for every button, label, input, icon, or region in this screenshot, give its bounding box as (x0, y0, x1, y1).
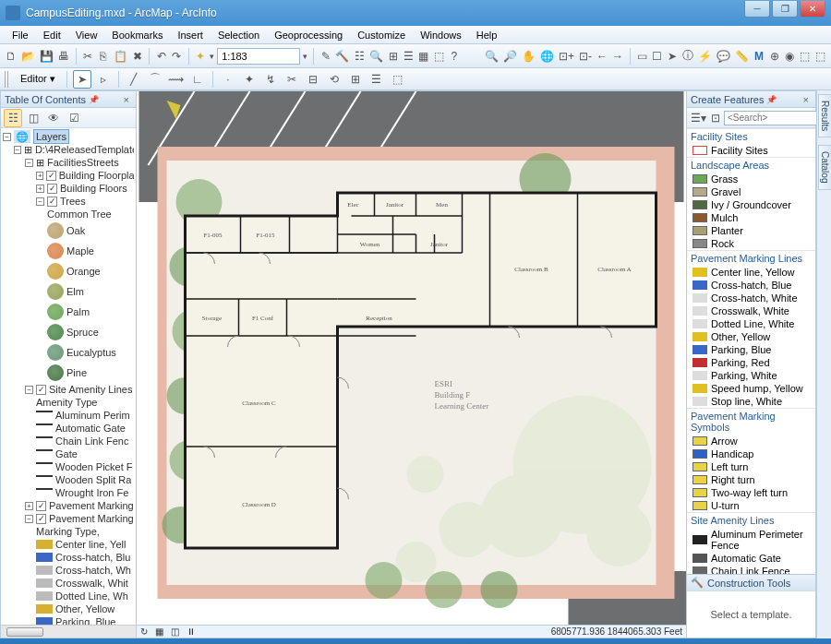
tree-row[interactable]: −✓Pavement Marking (3, 512, 134, 525)
tree-row[interactable]: Amenity Type (3, 396, 134, 409)
pause-drawing-icon[interactable]: ⏸ (187, 626, 196, 637)
cf-template-item[interactable]: Grass (687, 173, 815, 185)
search-button[interactable]: 🔍 (368, 47, 384, 66)
goto-xy-button[interactable]: ⊕ (768, 47, 781, 66)
hyperlink-button[interactable]: ⚡ (697, 47, 713, 66)
catalog-button[interactable]: ☷ (353, 47, 366, 66)
cut-button[interactable]: ✂ (82, 47, 95, 66)
rotate-tool[interactable]: ⟲ (325, 70, 343, 89)
editor-menu[interactable]: Editor ▾ (15, 71, 61, 87)
tree-row[interactable]: Maple (3, 241, 134, 261)
tree-row[interactable]: Cross-hatch, Blu (3, 551, 134, 564)
cf-template-item[interactable]: Arrow (687, 435, 815, 447)
cf-template-item[interactable]: Cross-hatch, Blue (687, 279, 815, 292)
add-data-button[interactable]: ✦ (195, 47, 208, 66)
cf-close-button[interactable]: × (801, 94, 812, 105)
tree-row[interactable]: Orange (3, 261, 134, 281)
identify-button[interactable]: ⓘ (681, 47, 694, 66)
clear-selection-button[interactable]: ☐ (651, 47, 664, 66)
tree-row[interactable]: Elm (3, 281, 134, 302)
forward-button[interactable]: → (611, 47, 624, 66)
menu-insert[interactable]: Insert (171, 28, 210, 42)
cf-template-item[interactable]: Other, Yellow (687, 330, 815, 343)
tree-row[interactable]: Dotted Line, Wh (3, 590, 134, 602)
list-by-source-button[interactable]: ◫ (24, 109, 42, 127)
tree-row[interactable]: Crosswalk, Whit (3, 577, 134, 590)
tree-row[interactable]: −✓Site Amenity Lines (3, 383, 134, 396)
cf-template-item[interactable]: Right turn (687, 473, 815, 486)
time-slider-button[interactable]: ◉ (783, 47, 796, 66)
toc-pin-icon[interactable]: 📌 (86, 95, 102, 104)
cf-template-item[interactable]: Two-way left turn (687, 486, 815, 499)
side-tab-results[interactable]: Results (818, 94, 831, 137)
attributes-button[interactable]: ⊞ (346, 70, 365, 89)
map-view[interactable]: ElecJanitorMen F1-005F1-015 WomenJanitor… (137, 91, 686, 625)
tree-row[interactable]: Other, Yellow (3, 602, 134, 615)
tree-row[interactable]: −⊞FacilitiesStreets (3, 156, 134, 169)
cf-template-item[interactable]: U-turn (687, 499, 815, 512)
map-scale-input[interactable] (217, 48, 300, 65)
tree-row[interactable]: Spruce (3, 322, 134, 342)
tree-row[interactable]: Automatic Gate (3, 422, 134, 435)
cf-template-item[interactable]: Left turn (687, 460, 815, 473)
find-button[interactable]: M (753, 47, 765, 66)
menu-file[interactable]: File (6, 28, 35, 42)
menu-view[interactable]: View (69, 28, 104, 42)
right-angle-tool[interactable]: ∟ (188, 70, 207, 89)
tree-row[interactable]: −🌐Layers (3, 130, 134, 143)
tree-row[interactable]: Chain Link Fenc (3, 435, 134, 447)
fixed-zoom-out-button[interactable]: ⊡- (578, 47, 593, 66)
table-button[interactable]: ⊞ (387, 47, 400, 66)
split-tool[interactable]: ⊟ (304, 70, 322, 89)
cf-template-item[interactable]: Handicap (687, 447, 815, 460)
html-popup-button[interactable]: 💬 (716, 47, 731, 66)
cut-polygons-tool[interactable]: ✂ (283, 70, 301, 89)
menu-bookmarks[interactable]: Bookmarks (105, 28, 169, 42)
tree-row[interactable]: −⊞D:\4ReleasedTemplates\R (3, 143, 134, 156)
tree-row[interactable]: Cross-hatch, Wh (3, 564, 134, 577)
tools-button[interactable]: ⬚ (813, 47, 826, 66)
arc-segment-tool[interactable]: ⌒ (146, 70, 164, 89)
tree-row[interactable]: Wooden Split Ra (3, 473, 134, 486)
tree-row[interactable]: Common Tree (3, 208, 134, 221)
cf-template-item[interactable]: Parking, White (687, 369, 815, 382)
tree-row[interactable]: Pine (3, 363, 134, 383)
help-button[interactable]: ? (448, 47, 461, 66)
edit-tool[interactable]: ➤ (73, 70, 91, 89)
cf-template-item[interactable]: Parking, Blue (687, 343, 815, 356)
tree-row[interactable]: +✓Building Floorplan (3, 169, 134, 182)
create-features-button[interactable]: ⬚ (389, 70, 407, 89)
tree-row[interactable]: Wrought Iron Fe (3, 486, 134, 499)
tree-row[interactable]: +✓Pavement Marking (3, 499, 134, 512)
delete-button[interactable]: ✖ (131, 47, 144, 66)
zoom-in-button[interactable]: 🔍 (484, 47, 500, 66)
full-extent-button[interactable]: 🌐 (539, 47, 555, 66)
cf-template-item[interactable]: Mulch (687, 211, 815, 224)
cf-search-input[interactable] (724, 111, 831, 125)
tree-row[interactable]: Marking Type, (3, 525, 134, 538)
editor-toolbar-button[interactable]: ✎ (319, 47, 332, 66)
python-button[interactable]: ▦ (417, 47, 430, 66)
close-button[interactable]: ✕ (800, 1, 825, 18)
cf-filter-button[interactable]: ☰▾ (690, 109, 707, 127)
zoom-out-button[interactable]: 🔎 (502, 47, 518, 66)
tree-row[interactable]: Palm (3, 302, 134, 322)
edit-annotation-tool[interactable]: ▹ (94, 70, 113, 89)
data-view-button[interactable]: ▦ (155, 626, 163, 637)
toc-close-button[interactable]: × (121, 94, 132, 105)
toolbox-button[interactable]: 🔨 (334, 47, 350, 66)
fixed-zoom-in-button[interactable]: ⊡+ (558, 47, 575, 66)
refresh-icon[interactable]: ↻ (140, 626, 148, 637)
cf-template-item[interactable]: Speed hump, Yellow (687, 382, 815, 395)
cf-template-item[interactable]: Rock (687, 237, 815, 250)
redo-button[interactable]: ↷ (170, 47, 183, 66)
tree-row[interactable]: Wooden Picket F (3, 460, 134, 473)
select-elements-button[interactable]: ➤ (667, 47, 680, 66)
sketch-properties-button[interactable]: ☰ (367, 70, 386, 89)
cf-organize-button[interactable]: ⊡ (710, 109, 721, 127)
minimize-button[interactable]: ─ (744, 1, 770, 18)
cf-template-item[interactable]: Ivy / Groundcover (687, 198, 815, 211)
model-builder-button[interactable]: ⬚ (433, 47, 446, 66)
trace-tool[interactable]: ⟿ (167, 70, 186, 89)
toc-button[interactable]: ☰ (402, 47, 415, 66)
